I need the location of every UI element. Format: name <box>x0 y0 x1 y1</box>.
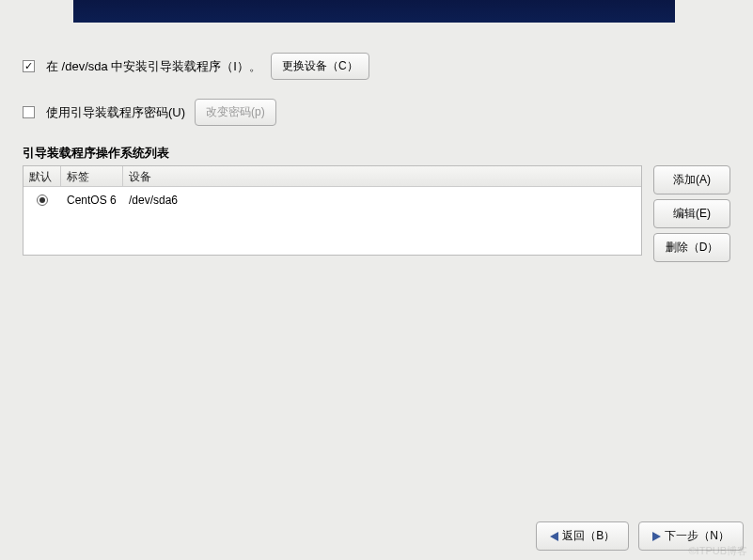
table-row[interactable]: CentOS 6 /dev/sda6 <box>24 187 641 210</box>
col-device[interactable]: 设备 <box>123 166 641 186</box>
back-button-label: 返回（B） <box>562 528 615 544</box>
os-list-area: 默认 标签 设备 CentOS 6 /dev/sda6 添加(A) 编辑(E) … <box>23 165 730 262</box>
install-bootloader-checkbox[interactable] <box>23 60 35 72</box>
install-bootloader-row: 在 /dev/sda 中安装引导装载程序（I）。 更换设备（C） <box>23 53 730 80</box>
edit-button[interactable]: 编辑(E) <box>653 199 730 228</box>
arrow-right-icon <box>652 532 661 541</box>
main-content: 在 /dev/sda 中安装引导装载程序（I）。 更换设备（C） 使用引导装载程… <box>23 53 730 262</box>
watermark: ©ITPUB博客 <box>689 544 748 558</box>
banner <box>73 0 675 23</box>
row-default-cell <box>24 194 61 206</box>
row-device-cell: /dev/sda6 <box>123 194 641 207</box>
row-default-radio[interactable] <box>37 194 48 206</box>
bootloader-password-label: 使用引导装载程序密码(U) <box>46 104 185 121</box>
back-button[interactable]: 返回（B） <box>536 521 629 551</box>
arrow-left-icon <box>550 532 558 541</box>
row-label-cell: CentOS 6 <box>61 194 123 207</box>
col-label[interactable]: 标签 <box>61 166 123 186</box>
change-password-button: 改变密码(p) <box>195 99 276 126</box>
bootloader-password-row: 使用引导装载程序密码(U) 改变密码(p) <box>23 99 730 126</box>
add-button[interactable]: 添加(A) <box>653 165 730 194</box>
bootloader-password-checkbox[interactable] <box>23 106 35 118</box>
col-default[interactable]: 默认 <box>24 166 61 186</box>
os-table: 默认 标签 设备 CentOS 6 /dev/sda6 <box>23 165 642 256</box>
delete-button[interactable]: 删除（D） <box>653 233 730 262</box>
install-bootloader-label: 在 /dev/sda 中安装引导装载程序（I）。 <box>46 58 261 75</box>
change-device-button[interactable]: 更换设备（C） <box>271 53 369 80</box>
os-list-title: 引导装载程序操作系统列表 <box>23 145 730 162</box>
next-button-label: 下一步（N） <box>665 528 729 544</box>
side-buttons: 添加(A) 编辑(E) 删除（D） <box>653 165 730 262</box>
table-header: 默认 标签 设备 <box>24 166 641 187</box>
